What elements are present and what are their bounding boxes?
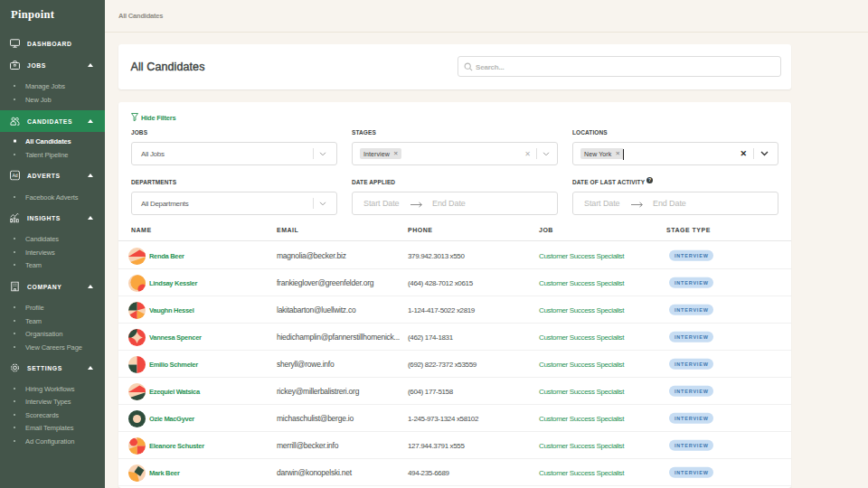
- svg-text:Ad: Ad: [12, 173, 17, 178]
